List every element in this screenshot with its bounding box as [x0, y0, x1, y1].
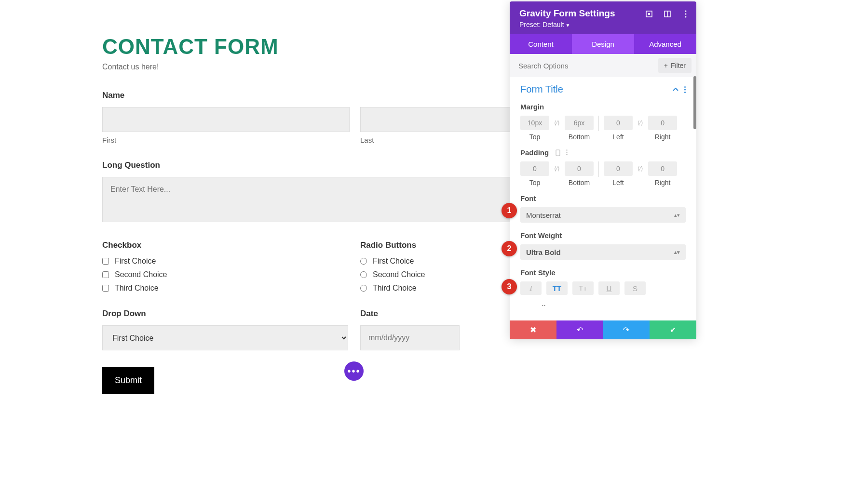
font-weight-label: Font Weight	[520, 231, 686, 240]
annotation-badge-1: 1	[502, 203, 517, 218]
preset-selector[interactable]: Preset: Default▼	[519, 21, 687, 28]
padding-top-input[interactable]	[520, 161, 549, 176]
margin-top-input[interactable]	[520, 116, 549, 130]
expand-icon[interactable]	[645, 10, 653, 18]
undo-button[interactable]: ↶	[556, 320, 603, 339]
font-style-label: Font Style	[520, 268, 686, 277]
svg-point-8	[684, 89, 686, 90]
chevron-up-icon[interactable]	[673, 88, 678, 92]
undo-icon: ↶	[577, 325, 583, 334]
panel-tabs: Content Design Advanced	[510, 34, 696, 54]
columns-icon[interactable]	[664, 10, 671, 18]
smallcaps-icon: Tᴛ	[579, 284, 587, 293]
svg-point-7	[684, 86, 686, 88]
link-icon[interactable]: ⟨∕⟩	[637, 165, 643, 172]
cancel-button[interactable]: ✖	[510, 320, 556, 339]
text-alignment-label: Text Alignment	[520, 304, 686, 306]
font-weight-select[interactable]: Ultra Bold▴▾	[520, 244, 686, 260]
link-icon[interactable]: ⟨∕⟩	[637, 120, 643, 126]
section-kebab-icon[interactable]	[684, 86, 686, 93]
first-sublabel: First	[102, 136, 350, 144]
underline-icon: U	[607, 284, 612, 293]
device-icon[interactable]	[556, 149, 560, 156]
checkbox-choice-3[interactable]: Third Choice	[102, 284, 350, 293]
checkbox-choice-2[interactable]: Second Choice	[102, 270, 350, 279]
annotation-badge-2: 2	[502, 241, 517, 256]
font-style-buttons: I TT Tᴛ U S	[520, 281, 686, 295]
svg-point-11	[566, 149, 567, 150]
underline-button[interactable]: U	[598, 281, 620, 295]
tab-content[interactable]: Content	[510, 34, 572, 54]
svg-point-1	[649, 13, 650, 15]
plus-icon: +	[664, 62, 668, 69]
italic-icon: I	[530, 284, 532, 293]
checkbox-choice-1[interactable]: First Choice	[102, 257, 350, 266]
strikethrough-button[interactable]: S	[624, 281, 646, 295]
smallcaps-button[interactable]: Tᴛ	[572, 281, 594, 295]
save-button[interactable]: ✔	[650, 320, 696, 339]
search-input[interactable]	[515, 59, 658, 73]
first-name-input[interactable]	[102, 107, 350, 132]
padding-left-input[interactable]	[604, 161, 633, 176]
link-icon[interactable]: ⟨∕⟩	[554, 120, 560, 126]
svg-point-4	[685, 11, 687, 12]
settings-panel: Gravity Form Settings Preset: Default▼ C…	[510, 1, 696, 339]
link-icon[interactable]: ⟨∕⟩	[554, 165, 560, 172]
checkbox-label: Checkbox	[102, 240, 350, 250]
ellipsis-icon: •••	[347, 366, 360, 377]
margin-label: Margin	[520, 103, 686, 111]
date-input[interactable]	[360, 325, 460, 350]
filter-button[interactable]: + Filter	[658, 58, 692, 73]
panel-footer: ✖ ↶ ↷ ✔	[510, 320, 696, 339]
padding-controls: Top ⟨∕⟩ Bottom Left ⟨∕⟩ Right	[520, 161, 686, 187]
svg-point-5	[685, 13, 687, 15]
font-label: Font	[520, 194, 686, 202]
fab-more-button[interactable]: •••	[344, 361, 364, 381]
italic-button[interactable]: I	[520, 281, 542, 295]
strikethrough-icon: S	[633, 284, 637, 293]
uppercase-button[interactable]: TT	[546, 281, 568, 295]
panel-body: Form Title Margin Top ⟨∕⟩ Bottom Left ⟨∕…	[510, 77, 696, 306]
padding-kebab-icon[interactable]	[566, 149, 568, 156]
padding-right-input[interactable]	[648, 161, 677, 176]
panel-header: Gravity Form Settings Preset: Default▼	[510, 1, 696, 34]
tab-design[interactable]: Design	[572, 34, 634, 54]
svg-rect-10	[556, 150, 560, 156]
margin-controls: Top ⟨∕⟩ Bottom Left ⟨∕⟩ Right	[520, 116, 686, 141]
redo-icon: ↷	[623, 325, 629, 334]
tab-advanced[interactable]: Advanced	[634, 34, 696, 54]
redo-button[interactable]: ↷	[603, 320, 650, 339]
uppercase-icon: TT	[553, 284, 561, 293]
margin-bottom-input[interactable]	[565, 116, 594, 130]
margin-left-input[interactable]	[604, 116, 633, 130]
dropdown-select[interactable]: First Choice	[102, 325, 348, 350]
svg-point-12	[566, 151, 567, 152]
check-icon: ✔	[670, 325, 676, 334]
annotation-badge-3: 3	[502, 279, 517, 294]
font-select[interactable]: Montserrat▴▾	[520, 207, 686, 223]
svg-point-9	[684, 92, 686, 93]
svg-point-6	[685, 16, 687, 18]
padding-label: Padding	[520, 148, 686, 157]
submit-button[interactable]: Submit	[102, 367, 154, 394]
kebab-menu-icon[interactable]	[682, 10, 690, 18]
section-title[interactable]: Form Title	[520, 84, 563, 95]
scrollbar-thumb[interactable]	[693, 76, 696, 129]
search-row: + Filter	[510, 54, 696, 77]
margin-right-input[interactable]	[648, 116, 677, 130]
dropdown-label: Drop Down	[102, 309, 350, 319]
svg-point-13	[566, 154, 567, 155]
padding-bottom-input[interactable]	[565, 161, 594, 176]
close-icon: ✖	[530, 325, 536, 334]
